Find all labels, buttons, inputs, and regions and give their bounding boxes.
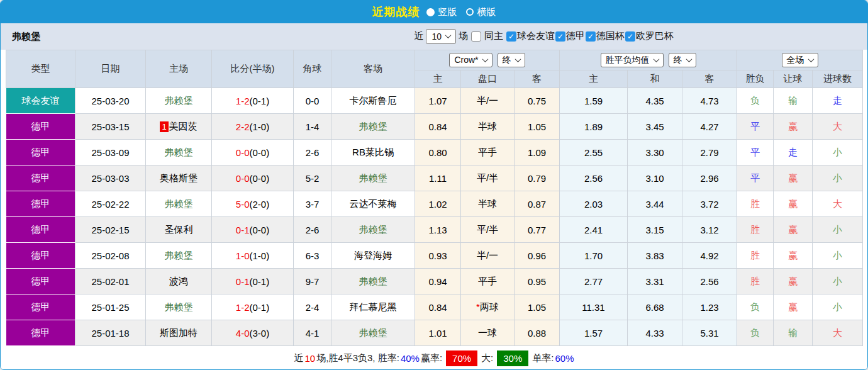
competition-label: 球会友谊	[517, 30, 555, 41]
summary-segment: 大:	[481, 352, 493, 364]
mean-away-cell: 4.92	[682, 243, 737, 269]
handicap-cell: 平手	[461, 269, 515, 294]
home-team-cell: 弗赖堡	[146, 140, 212, 165]
date-cell: 25-03-15	[75, 114, 146, 140]
table-row: 德甲 25-02-15 圣保利 0-1(0-0) 2-6 弗赖堡 1.13 平/…	[6, 217, 863, 243]
odds-away-cell: 0.88	[515, 320, 560, 346]
odds-time-select[interactable]: 终	[498, 53, 525, 67]
competition-checkbox[interactable]: ✓	[586, 31, 596, 42]
mean-home-cell: 1.70	[560, 243, 628, 269]
result-cell: 胜	[737, 243, 774, 269]
goals-result-cell: 小	[813, 243, 863, 269]
home-team-cell: 奥格斯堡	[146, 165, 212, 191]
filter-bar: 弗赖堡 近 10 场 同主 ✓球会友谊✓德甲✓德国杯✓欧罗巴杯	[1, 23, 867, 50]
chevron-down-icon	[515, 56, 521, 62]
away-team-cell: RB莱比锡	[331, 140, 415, 165]
score-cell: 0-1(0-0)	[212, 217, 294, 243]
results-table: 类型 日期 主场 比分(半场) 角球 客场 Crow* 终	[6, 50, 863, 346]
radio-vertical-layout[interactable]: 竖版	[426, 6, 457, 18]
radio-vertical-label: 竖版	[438, 6, 457, 18]
handicap-cell: 一球	[461, 320, 515, 346]
summary-segment: 30%	[497, 350, 528, 366]
results-table-area: 类型 日期 主场 比分(半场) 角球 客场 Crow* 终	[1, 50, 867, 346]
date-cell: 25-01-25	[75, 294, 146, 320]
mean-home-cell: 2.77	[560, 269, 628, 294]
table-row: 德甲 25-02-22 弗赖堡 5-0(2-0) 3-7 云达不莱梅 1.02 …	[6, 191, 863, 217]
mean-away-cell: 3.12	[682, 217, 737, 243]
mean-group-header: 胜平负均值 终	[560, 50, 737, 70]
mean-home-cell: 1.89	[560, 114, 628, 140]
away-team-cell: 弗赖堡	[331, 114, 415, 140]
score-cell: 1-2(0-1)	[212, 88, 294, 114]
odds-away-cell: 1.05	[515, 114, 560, 140]
odds-away-cell: 1.05	[515, 294, 560, 320]
mean-time-select[interactable]: 终	[669, 53, 696, 67]
recent-label: 近	[414, 30, 423, 42]
chevron-down-icon	[808, 56, 814, 62]
summary-segment: 赢率:	[421, 352, 442, 364]
table-row: 德甲 25-01-18 斯图加特 4-0(3-0) 4-1 弗赖堡 1.01 一…	[6, 320, 863, 346]
competition-checkbox[interactable]: ✓	[506, 31, 516, 42]
same-home-label: 同主	[484, 30, 503, 42]
result-cell: 胜	[737, 269, 774, 294]
radio-horizontal-layout[interactable]: 横版	[466, 6, 496, 18]
result-cell: 胜	[737, 217, 774, 243]
score-cell: 1-2(0-1)	[212, 294, 294, 320]
summary-segment: 10	[304, 353, 315, 364]
corner-cell: 2-6	[294, 217, 331, 243]
same-home-checkbox[interactable]	[471, 31, 481, 42]
corner-cell: 9-7	[294, 269, 331, 294]
result-group-header: 全场	[737, 50, 863, 70]
chevron-down-icon	[653, 56, 659, 62]
sub-header-result: 胜负	[737, 70, 774, 88]
table-row: 德甲 25-03-15 1美因茨 2-2(1-0) 1-4 弗赖堡 0.84 半…	[6, 114, 863, 140]
let-result-cell: 输	[774, 320, 813, 346]
mean-type-select[interactable]: 胜平负均值	[601, 53, 664, 67]
match-type-cell: 德甲	[6, 140, 75, 165]
topbar: 近期战绩 竖版 横版	[1, 1, 867, 23]
col-header-type: 类型	[6, 50, 75, 88]
score-cell: 0-0(0-0)	[212, 165, 294, 191]
corner-cell: 2-6	[294, 140, 331, 165]
mean-home-cell: 2.41	[560, 217, 628, 243]
summary-segment: 场,胜4平3负3, 胜率:	[316, 352, 399, 364]
result-cell: 平	[737, 140, 774, 165]
home-team-cell: 1美因茨	[146, 114, 212, 140]
goals-result-cell: 小	[813, 217, 863, 243]
recent-count-select[interactable]: 10	[426, 29, 456, 45]
away-team-cell: 卡尔斯鲁厄	[331, 88, 415, 114]
sub-header-goals: 进球数	[813, 70, 863, 88]
competition-checkbox[interactable]: ✓	[555, 31, 565, 42]
match-type-cell: 德甲	[6, 114, 75, 140]
odds-source-select[interactable]: Crow*	[449, 53, 492, 67]
date-cell: 25-01-18	[75, 320, 146, 346]
let-result-cell: 赢	[774, 165, 813, 191]
radio-unselected-icon	[466, 8, 474, 16]
mean-away-cell: 2.96	[682, 165, 737, 191]
sub-header-let: 让球	[774, 70, 813, 88]
handicap-cell: 半球	[461, 191, 515, 217]
odds-home-cell: 0.84	[415, 294, 461, 320]
let-result-cell: 赢	[774, 243, 813, 269]
home-team-cell: 斯图加特	[146, 320, 212, 346]
radio-selected-icon	[426, 8, 435, 16]
mean-away-cell: 2.79	[682, 140, 737, 165]
result-cell: 胜	[737, 191, 774, 217]
home-team-cell: 弗赖堡	[146, 294, 212, 320]
corner-cell: 3-7	[294, 191, 331, 217]
table-row: 德甲 25-01-25 弗赖堡 1-2(0-1) 2-4 拜仁慕尼黑 0.84 …	[6, 294, 863, 320]
away-team-cell: 弗赖堡	[331, 217, 415, 243]
filters: 近 10 场 同主 ✓球会友谊✓德甲✓德国杯✓欧罗巴杯	[414, 29, 674, 45]
competition-checkbox[interactable]: ✓	[625, 31, 635, 42]
mean-home-cell: 2.03	[560, 191, 628, 217]
result-scope-select[interactable]: 全场	[782, 53, 818, 67]
result-cell: 负	[737, 294, 774, 320]
summary-segment: 单率:	[532, 352, 554, 364]
goals-result-cell: 小	[813, 165, 863, 191]
team-name: 弗赖堡	[12, 31, 40, 43]
handicap-cell: 平/半	[461, 165, 515, 191]
odds-home-cell: 0.80	[415, 140, 461, 165]
mean-draw-cell: 3.83	[628, 243, 682, 269]
away-team-cell: 弗赖堡	[331, 165, 415, 191]
table-row: 德甲 25-03-09 弗赖堡 0-0(0-0) 2-6 RB莱比锡 0.80 …	[6, 140, 863, 165]
